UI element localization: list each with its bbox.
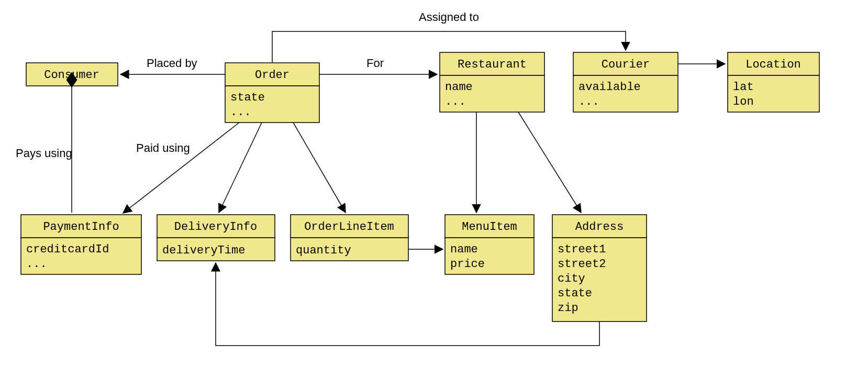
entity-address-attr-0: street1 xyxy=(558,243,606,256)
entity-location-attr-1: lon xyxy=(733,95,754,108)
entity-consumer-name: Consumer xyxy=(44,69,99,82)
entity-orderlineitem: OrderLineItem quantity xyxy=(291,215,408,261)
entity-restaurant-name: Restaurant xyxy=(458,58,527,71)
rel-for-label: For xyxy=(366,57,384,70)
entity-order-attr-0: state xyxy=(230,91,265,104)
entity-menuitem-attr-0: name xyxy=(450,243,478,256)
entity-restaurant-attr-1: ... xyxy=(445,95,466,108)
entity-courier-name: Courier xyxy=(602,58,650,71)
entity-consumer: Consumer xyxy=(26,63,118,86)
entity-order-attr-1: ... xyxy=(230,106,251,119)
entity-courier-attr-1: ... xyxy=(578,95,599,108)
entity-order: Order state ... xyxy=(225,63,319,123)
entity-address-name: Address xyxy=(575,220,624,234)
entity-restaurant-attr-0: name xyxy=(445,81,473,94)
entity-menuitem: MenuItem name price xyxy=(445,215,534,274)
entity-address-attr-2: city xyxy=(558,272,585,285)
rel-paysusing-label: Pays using xyxy=(16,147,72,160)
entity-address: Address street1 street2 city state zip xyxy=(552,215,647,321)
entity-courier-attr-0: available xyxy=(578,81,641,94)
entity-address-attr-1: street2 xyxy=(558,258,606,271)
rel-assignedto-label: Assigned to xyxy=(419,10,479,24)
entity-restaurant: Restaurant name ... xyxy=(440,52,544,112)
entity-address-attr-3: state xyxy=(558,287,592,300)
entity-menuitem-attr-1: price xyxy=(450,258,485,271)
entity-paymentinfo-attr-0: creditcardId xyxy=(26,243,109,256)
entity-paymentinfo-name: PaymentInfo xyxy=(43,220,119,234)
rel-paidusing-label: Paid using xyxy=(136,141,190,154)
entity-orderlineitem-name: OrderLineItem xyxy=(304,220,394,234)
rel-order-deliveryinfo xyxy=(219,123,262,213)
entity-deliveryinfo: DeliveryInfo deliveryTime xyxy=(157,215,275,261)
entity-location: Location lat lon xyxy=(728,52,819,112)
entity-paymentinfo-attr-1: ... xyxy=(26,258,47,271)
entity-deliveryinfo-attr-0: deliveryTime xyxy=(162,244,245,257)
entity-order-name: Order xyxy=(255,69,290,82)
rel-order-orderlineitem xyxy=(293,123,346,213)
rel-address-deliveryinfo xyxy=(216,263,599,346)
entity-courier: Courier available ... xyxy=(573,52,678,112)
entity-deliveryinfo-name: DeliveryInfo xyxy=(174,220,257,234)
entity-menuitem-name: MenuItem xyxy=(462,220,517,234)
entity-location-name: Location xyxy=(745,58,801,71)
entity-location-attr-0: lat xyxy=(733,81,754,94)
entity-address-attr-4: zip xyxy=(558,302,578,315)
rel-paidusing xyxy=(123,123,239,213)
rel-placedby-label: Placed by xyxy=(147,57,197,70)
entity-paymentinfo: PaymentInfo creditcardId ... xyxy=(21,215,141,274)
entity-orderlineitem-attr-0: quantity xyxy=(296,244,351,257)
rel-restaurant-address xyxy=(518,112,581,213)
uml-class-diagram: Consumer Order state ... Restaurant name… xyxy=(0,0,868,377)
